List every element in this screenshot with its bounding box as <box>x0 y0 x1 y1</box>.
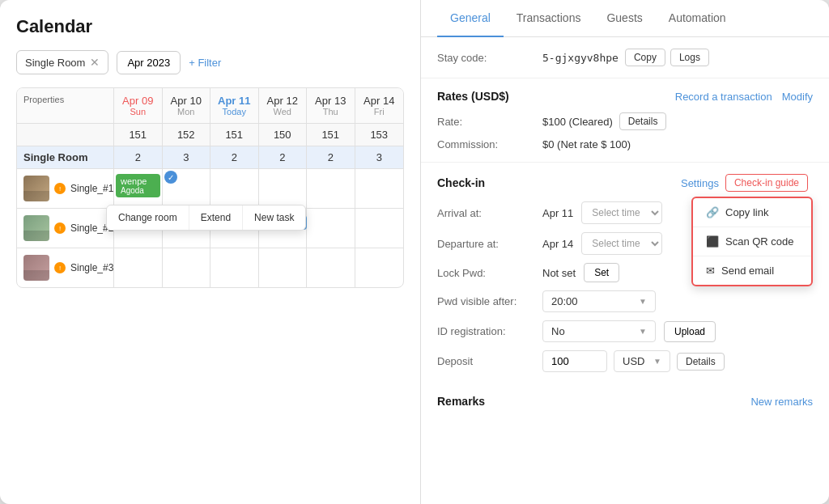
property-row-1: ! Single_#1 wenpe Agoda Change room Exte… <box>17 169 403 209</box>
prop3-day1[interactable] <box>163 248 211 287</box>
filter-button[interactable]: + Filter <box>189 57 221 69</box>
rates-actions: Record a transaction Modify <box>675 91 813 103</box>
new-remarks-button[interactable]: New remarks <box>750 396 813 408</box>
room-selector-value: Single Room <box>25 57 85 69</box>
rate-details-button[interactable]: Details <box>619 112 667 130</box>
booking-wenpe[interactable]: wenpe Agoda <box>116 174 160 197</box>
pwd-visible-select[interactable]: 20:00 ▼ <box>542 290 656 312</box>
checkin-guide-button[interactable]: Check-in guide <box>725 174 808 192</box>
stay-code-value: 5-gjxgyv8hpe <box>542 52 619 64</box>
avail-2: 151 <box>210 124 259 146</box>
tab-automation[interactable]: Automation <box>656 0 739 37</box>
month-selector[interactable]: Apr 2023 <box>117 51 181 74</box>
prop1-day1[interactable]: ✓ <box>163 169 211 208</box>
prop3-day3[interactable] <box>259 248 308 287</box>
stay-code-label: Stay code: <box>437 52 542 64</box>
chevron-down-icon: ▼ <box>639 297 647 306</box>
rate-row: Rate: $100 (Cleared) Details <box>437 112 813 130</box>
day-header-2: Apr 11 Today <box>210 88 259 123</box>
pwd-visible-value: 20:00 <box>551 295 578 307</box>
context-new-task[interactable]: New task <box>243 205 305 230</box>
prop3-day5[interactable] <box>355 248 404 287</box>
pwd-visible-label: Pwd visible after: <box>437 295 542 307</box>
departure-time-select[interactable]: Select time <box>581 232 662 255</box>
copy-button[interactable]: Copy <box>625 49 665 66</box>
send-email-item[interactable]: ✉ Send email <box>693 256 811 285</box>
avail-0: 151 <box>114 124 163 146</box>
commission-row: Commission: $0 (Net rate $ 100) <box>437 138 813 150</box>
arrival-time-select[interactable]: Select time <box>581 201 662 224</box>
lock-pwd-value: Not set <box>542 267 576 279</box>
id-reg-select[interactable]: No ▼ <box>542 320 656 342</box>
prop3-day4[interactable] <box>307 248 355 287</box>
commission-value: $0 (Net rate $ 100) <box>542 138 631 150</box>
prop1-day0[interactable]: wenpe Agoda Change room Extend New task <box>114 169 163 208</box>
prop-thumb-2 <box>23 215 49 241</box>
checkin-section: Check-in Settings Check-in guide 🔗 Copy … <box>421 163 829 383</box>
day-header-0: Apr 09 Sun <box>114 88 163 123</box>
prop-icon-2: ! <box>54 222 66 234</box>
deposit-details-button[interactable]: Details <box>677 353 725 371</box>
upload-button[interactable]: Upload <box>664 321 716 342</box>
rate-value: $100 (Cleared) <box>542 116 613 128</box>
properties-label: Properties <box>17 88 114 123</box>
arrival-label: Arrival at: <box>437 207 542 219</box>
context-change-room[interactable]: Change room <box>107 205 189 230</box>
calendar-grid: Properties Apr 09 Sun Apr 10 Mon Apr 11 … <box>16 87 404 288</box>
prop-icon-1: ! <box>54 183 66 194</box>
context-extend[interactable]: Extend <box>189 205 243 230</box>
tab-general[interactable]: General <box>437 0 504 37</box>
prop-label-1: Single_#1 <box>70 183 113 194</box>
sr-avail-2: 2 <box>210 146 259 168</box>
prop1-day2[interactable] <box>210 169 259 208</box>
app-container: Calendar Single Room ✕ Apr 2023 + Filter… <box>0 0 829 504</box>
departure-date: Apr 14 <box>542 238 573 250</box>
rate-value-container: $100 (Cleared) Details <box>542 112 671 130</box>
property-name-1: ! Single_#1 <box>17 169 114 208</box>
prop2-day5[interactable] <box>355 209 404 248</box>
day-header-4: Apr 13 Thu <box>307 88 355 123</box>
checkmark-icon: ✓ <box>164 171 177 184</box>
scan-qr-item[interactable]: ⬛ Scan QR code <box>693 227 811 256</box>
lock-pwd-label: Lock Pwd: <box>437 267 542 279</box>
remarks-header: Remarks New remarks <box>437 395 813 408</box>
pwd-visible-row: Pwd visible after: 20:00 ▼ <box>437 290 813 312</box>
set-button[interactable]: Set <box>584 263 619 282</box>
tab-transactions[interactable]: Transactions <box>504 0 594 37</box>
copy-link-item[interactable]: 🔗 Copy link <box>693 198 811 227</box>
day-header-1: Apr 10 Mon <box>163 88 211 123</box>
tabs-row: General Transactions Guests Automation <box>421 0 829 37</box>
page-title: Calendar <box>16 16 404 37</box>
deposit-row: Deposit USD ▼ Details <box>437 350 813 372</box>
chevron-down-icon-3: ▼ <box>653 357 661 366</box>
deposit-label: Deposit <box>437 355 542 367</box>
stay-code-section: Stay code: 5-gjxgyv8hpe Copy Logs <box>421 37 829 78</box>
prop-label-3: Single_#3 <box>70 262 113 273</box>
link-icon: 🔗 <box>706 206 719 218</box>
record-transaction-button[interactable]: Record a transaction <box>675 91 772 103</box>
prop-icon-3: ! <box>54 262 66 273</box>
rates-title: Rates (USD$) <box>437 90 509 103</box>
checkin-header: Check-in Settings Check-in guide 🔗 Copy … <box>437 174 813 192</box>
prop3-day2[interactable] <box>210 248 259 287</box>
prop1-day4[interactable] <box>307 169 355 208</box>
rate-label: Rate: <box>437 116 542 128</box>
prop1-day5[interactable] <box>355 169 404 208</box>
deposit-input[interactable] <box>542 350 607 372</box>
room-selector[interactable]: Single Room ✕ <box>16 50 108 74</box>
prop2-day4[interactable] <box>307 209 355 248</box>
sr-avail-3: 2 <box>259 146 308 168</box>
prop-thumb-1 <box>23 176 49 201</box>
tab-guests[interactable]: Guests <box>593 0 655 37</box>
avail-1: 152 <box>163 124 211 146</box>
modify-button[interactable]: Modify <box>782 91 813 103</box>
close-icon[interactable]: ✕ <box>90 56 100 69</box>
prop1-day3[interactable] <box>259 169 308 208</box>
logs-button[interactable]: Logs <box>670 49 709 66</box>
stay-code-row: Stay code: 5-gjxgyv8hpe Copy Logs <box>437 49 813 66</box>
commission-label: Commission: <box>437 138 542 150</box>
prop3-day0[interactable] <box>114 248 163 287</box>
remarks-section: Remarks New remarks <box>421 383 829 419</box>
currency-select[interactable]: USD ▼ <box>614 350 670 372</box>
settings-link[interactable]: Settings <box>681 177 719 189</box>
